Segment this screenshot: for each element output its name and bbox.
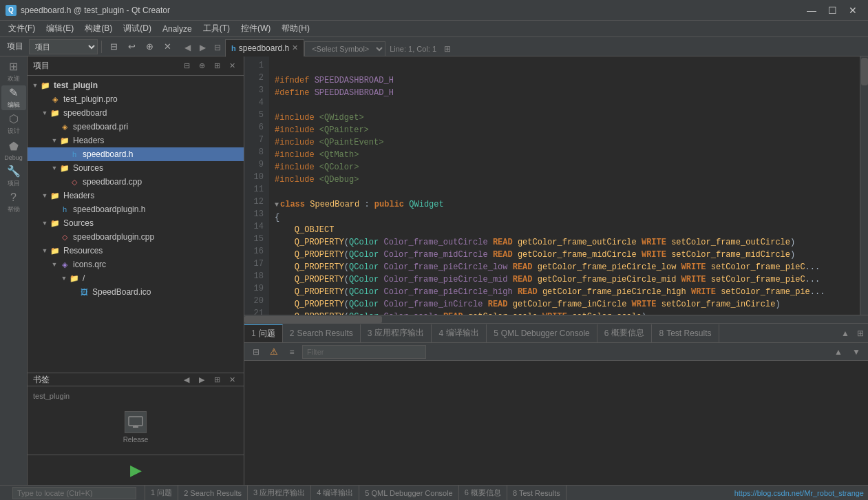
tree-item-pri[interactable]: ◈ speedboard.pri xyxy=(28,120,244,134)
menu-analyze[interactable]: Analyze xyxy=(157,21,198,37)
bookmarks-close[interactable]: ✕ xyxy=(226,373,238,386)
nav-back-button[interactable]: ↩ xyxy=(123,39,140,54)
tree-item-ico[interactable]: 🖼 SpeedBoard.ico xyxy=(28,285,244,299)
h-file-icon-2: h xyxy=(59,204,70,215)
tab-speedboard-h[interactable]: h speedboard.h ✕ xyxy=(225,39,304,57)
tab-summary[interactable]: 6 概要信息 xyxy=(597,324,653,342)
left-split-panel: 项目 ⊟ ⊕ ⊞ ✕ ▼ 📁 test_plugin ◈ xyxy=(28,56,244,485)
label-root-folder: / xyxy=(83,273,85,283)
file-tree-close-btn[interactable]: ✕ xyxy=(226,60,238,72)
design-icon: ⬡ xyxy=(9,112,19,125)
status-problems[interactable]: 1 问题 xyxy=(145,486,178,500)
welcome-icon-btn[interactable]: ⊞ 欢迎 xyxy=(1,59,26,84)
build-target-area: test_plugin Release xyxy=(28,386,244,455)
status-qml[interactable]: 5 QML Debugger Console xyxy=(359,486,458,500)
tab-nav-btn[interactable]: ⊟ xyxy=(210,39,225,56)
file-tree-link-btn[interactable]: ⊕ xyxy=(195,60,208,72)
svg-rect-1 xyxy=(133,426,138,428)
maximize-button[interactable]: ☐ xyxy=(823,3,842,17)
scrollbar-thumb-h xyxy=(244,316,382,323)
tab-scroll-right[interactable]: ▶ xyxy=(195,39,210,56)
tab-app-output[interactable]: 3 应用程序输出 xyxy=(361,324,432,342)
tab-close-button[interactable]: ✕ xyxy=(292,43,298,52)
menu-controls[interactable]: 控件(W) xyxy=(235,21,276,37)
bottom-panel-expand[interactable]: ⊞ xyxy=(853,324,868,342)
status-search-results[interactable]: 2 Search Results xyxy=(178,486,248,500)
tab-scroll-left[interactable]: ◀ xyxy=(180,39,195,56)
pri-file-icon: ◈ xyxy=(59,121,70,132)
tree-item-pro[interactable]: ◈ test_plugin.pro xyxy=(28,92,244,106)
close-button[interactable]: ✕ xyxy=(843,3,862,17)
nav-fwd-button[interactable]: ⊕ xyxy=(141,39,158,54)
tree-item-test-plugin[interactable]: ▼ 📁 test_plugin xyxy=(28,79,244,92)
tree-item-sources-2[interactable]: ▼ 📁 Sources xyxy=(28,216,244,230)
menu-help[interactable]: 帮助(H) xyxy=(276,21,315,37)
tree-item-speedboard-h[interactable]: h speedboard.h xyxy=(28,147,244,161)
folder-icon-root: 📁 xyxy=(40,80,51,91)
status-compile[interactable]: 4 编译输出 xyxy=(311,486,359,500)
tab-problems[interactable]: 1 问题 xyxy=(244,324,283,342)
horizontal-scrollbar[interactable] xyxy=(244,315,868,323)
label-resources: Resources xyxy=(63,246,103,256)
edit-icon-btn[interactable]: ✎ 编辑 xyxy=(1,85,26,110)
tree-item-resources[interactable]: ▼ 📁 Resources xyxy=(28,244,244,258)
bottom-nav-up[interactable]: ▲ xyxy=(831,345,846,359)
expand-editor-button[interactable]: ⊞ xyxy=(441,42,454,56)
menu-build[interactable]: 构建(B) xyxy=(79,21,118,37)
bottom-panel-collapse[interactable]: ▲ xyxy=(838,324,853,342)
file-tree-expand-btn[interactable]: ⊞ xyxy=(211,60,223,72)
problems-filter-btn[interactable]: ⊟ xyxy=(248,345,264,359)
menu-edit[interactable]: 编辑(E) xyxy=(41,21,79,37)
design-icon-btn[interactable]: ⬡ 设计 xyxy=(1,112,26,136)
project-icon-btn[interactable]: 🔧 项目 xyxy=(1,164,26,189)
menu-debug[interactable]: 调试(D) xyxy=(118,21,157,37)
tree-item-plugin-h[interactable]: h speedboardplugin.h xyxy=(28,202,244,216)
tab-test-results[interactable]: 8 Test Results xyxy=(652,324,719,342)
vertical-scrollbar[interactable] xyxy=(860,56,868,315)
status-test-results[interactable]: 8 Test Results xyxy=(507,486,567,500)
folder-icon-sources2: 📁 xyxy=(50,218,61,229)
tab-qml-debugger[interactable]: 5 QML Debugger Console xyxy=(487,324,597,342)
minimize-button[interactable]: — xyxy=(802,3,821,17)
menu-file[interactable]: 文件(F) xyxy=(3,21,41,37)
bookmarks-nav-prev[interactable]: ◀ xyxy=(180,373,193,386)
bottom-nav-down[interactable]: ▼ xyxy=(849,345,864,359)
filter-input[interactable] xyxy=(302,345,426,359)
arrow-src2: ▼ xyxy=(40,220,50,227)
arrow-rf: ▼ xyxy=(59,275,69,282)
file-tree-filter-btn[interactable]: ⊟ xyxy=(180,60,193,72)
status-bar: 1 问题 2 Search Results 3 应用程序输出 4 编译输出 5 … xyxy=(0,485,868,500)
filter-button[interactable]: ⊟ xyxy=(105,39,122,54)
csdn-link[interactable]: https://blog.csdn.net/Mr_robot_strange xyxy=(734,489,864,497)
tree-item-headers-1[interactable]: ▼ 📁 Headers xyxy=(28,134,244,147)
tree-item-speedboard-cpp[interactable]: ◇ speedboard.cpp xyxy=(28,175,244,189)
status-app-output[interactable]: 3 应用程序输出 xyxy=(248,486,311,500)
status-summary[interactable]: 6 概要信息 xyxy=(459,486,507,500)
tree-item-qrc[interactable]: ▼ ◈ icons.qrc xyxy=(28,258,244,271)
release-target[interactable]: Release xyxy=(120,406,151,449)
bookmarks-expand[interactable]: ⊞ xyxy=(211,373,223,386)
tree-item-root-folder[interactable]: ▼ 📁 / xyxy=(28,271,244,285)
code-content: #ifndef SPEEDDASHBROAD_H #define SPEEDDA… xyxy=(269,59,860,315)
tab-compile-output[interactable]: 4 编译输出 xyxy=(432,324,487,342)
menu-tools[interactable]: 工具(T) xyxy=(198,21,235,37)
warning-icon-btn[interactable]: ⚠ xyxy=(266,345,282,359)
bookmarks-nav-next[interactable]: ▶ xyxy=(195,373,208,386)
tab-search-results[interactable]: 2 Search Results xyxy=(283,324,361,342)
folder-icon-resources: 📁 xyxy=(50,245,61,256)
problems-options-btn[interactable]: ≡ xyxy=(284,345,299,359)
close-panel-button[interactable]: ✕ xyxy=(159,39,176,54)
tree-item-speedboard[interactable]: ▼ 📁 speedboard xyxy=(28,106,244,120)
tree-item-sources-1[interactable]: ▼ 📁 Sources xyxy=(28,161,244,175)
debug-icon-btn[interactable]: ⬟ Debug xyxy=(1,138,26,163)
tree-item-plugin-cpp[interactable]: ◇ speedboardplugin.cpp xyxy=(28,230,244,244)
project-label-icon: 项目 xyxy=(8,179,20,188)
tree-item-headers-2[interactable]: ▼ 📁 Headers xyxy=(28,189,244,202)
run-button[interactable]: ▶ xyxy=(123,458,148,483)
locate-input[interactable] xyxy=(12,487,136,499)
symbol-selector[interactable]: <Select Symbol> xyxy=(304,41,385,56)
help-icon-btn[interactable]: ? 帮助 xyxy=(1,190,26,215)
pro-file-icon: ◈ xyxy=(50,94,61,105)
code-scroll[interactable]: #ifndef SPEEDDASHBROAD_H #define SPEEDDA… xyxy=(269,56,860,315)
project-selector[interactable]: 项目 xyxy=(29,39,98,54)
